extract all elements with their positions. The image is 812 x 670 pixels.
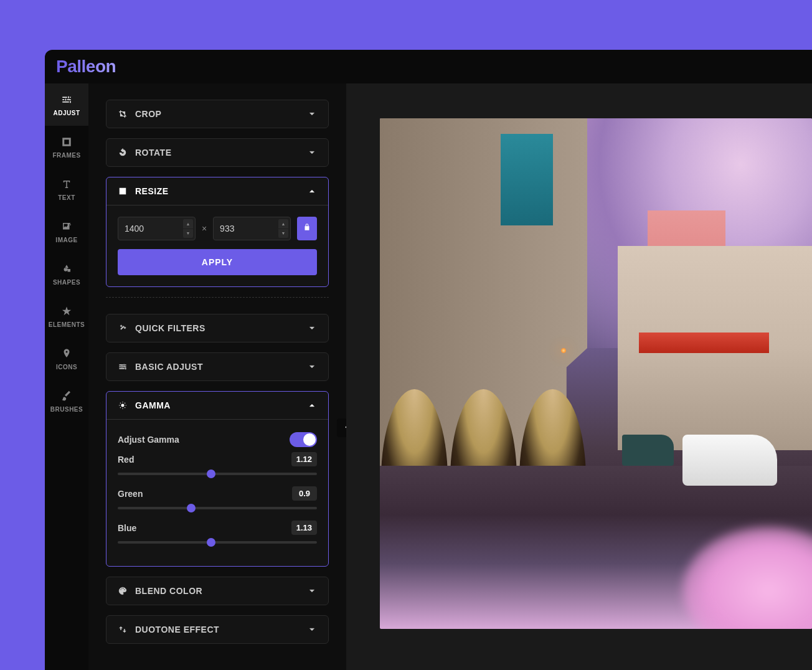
image-icon — [60, 220, 73, 233]
gamma-toggle[interactable] — [290, 432, 317, 447]
chevron-down-icon — [307, 323, 317, 333]
rotate-header[interactable]: ROTATE — [106, 139, 328, 166]
lock-icon — [303, 223, 311, 234]
chevron-down-icon — [307, 109, 317, 119]
crop-header[interactable]: CROP — [106, 100, 328, 128]
resize-inputs-row: ▲ ▼ × ▲ ▼ — [118, 217, 317, 240]
duotone-accordion: DUOTONE EFFECT — [106, 615, 329, 644]
toggle-knob — [303, 433, 316, 446]
rail-item-icons[interactable]: ICONS — [45, 337, 88, 380]
width-stepper: ▲ ▼ — [183, 219, 193, 238]
blue-value: 1.13 — [291, 521, 317, 535]
accordion-title: BLEND COLOR — [135, 586, 202, 596]
workspace: ADJUST FRAMES TEXT IMAGE SHAPES ELEMENTS — [45, 83, 812, 670]
red-slider-thumb[interactable] — [207, 469, 215, 478]
rail-item-elements[interactable]: ELEMENTS — [45, 295, 88, 337]
sliders-icon — [60, 93, 73, 106]
basic-adjust-accordion: BASIC ADJUST — [106, 352, 329, 381]
quick-filters-header[interactable]: QUICK FILTERS — [106, 314, 328, 342]
sliders-icon — [118, 362, 128, 372]
canvas-area[interactable] — [346, 83, 812, 670]
rail-label: ICONS — [56, 364, 77, 370]
chevron-down-icon — [307, 400, 317, 410]
swap-icon — [118, 625, 128, 635]
green-slider[interactable] — [118, 507, 317, 509]
red-value: 1.12 — [291, 452, 317, 466]
crop-icon — [118, 109, 128, 119]
rail-item-brushes[interactable]: BRUSHES — [45, 380, 88, 422]
magic-wand-icon — [118, 323, 128, 333]
width-input-wrap: ▲ ▼ — [118, 217, 196, 240]
collapse-panel-button[interactable] — [337, 418, 346, 437]
green-slider-row: Green 0.9 — [118, 486, 317, 509]
canvas-image[interactable] — [380, 118, 812, 629]
accordion-title: BASIC ADJUST — [135, 362, 203, 372]
settings-panel: CROP ROTATE RESIZE — [88, 83, 346, 670]
accordion-title: DUOTONE EFFECT — [135, 625, 219, 635]
width-step-down[interactable]: ▼ — [183, 229, 193, 238]
dimension-separator: × — [202, 224, 207, 234]
gamma-body: Adjust Gamma Red 1.12 — [106, 419, 328, 566]
accordion-title: RESIZE — [135, 186, 169, 196]
red-label: Red — [118, 455, 134, 465]
rail-label: TEXT — [58, 194, 75, 201]
apply-button[interactable]: APPLY — [118, 249, 317, 275]
frames-icon — [60, 136, 73, 148]
gamma-toggle-label: Adjust Gamma — [118, 435, 179, 445]
duotone-header[interactable]: DUOTONE EFFECT — [106, 616, 328, 643]
blue-label: Blue — [118, 523, 136, 533]
resize-header[interactable]: RESIZE — [106, 177, 328, 205]
resize-accordion: RESIZE ▲ ▼ × — [106, 177, 329, 287]
green-label: Green — [118, 489, 143, 499]
height-stepper: ▲ ▼ — [278, 219, 288, 238]
crop-accordion: CROP — [106, 100, 329, 128]
app-logo: Palleon — [56, 57, 116, 77]
blend-color-header[interactable]: BLEND COLOR — [106, 577, 328, 605]
green-slider-thumb[interactable] — [187, 504, 196, 512]
rail-item-text[interactable]: TEXT — [45, 168, 88, 210]
shapes-icon — [60, 263, 73, 275]
blue-slider[interactable] — [118, 541, 317, 544]
rail-item-frames[interactable]: FRAMES — [45, 126, 88, 168]
rail-item-image[interactable]: IMAGE — [45, 210, 88, 253]
blue-slider-row: Blue 1.13 — [118, 521, 317, 544]
height-step-up[interactable]: ▲ — [278, 219, 288, 229]
gamma-header[interactable]: GAMMA — [106, 392, 328, 419]
app-window: Palleon ADJUST FRAMES TEXT IMAGE S — [45, 50, 812, 670]
accordion-title: QUICK FILTERS — [135, 323, 205, 333]
accordion-title: GAMMA — [135, 400, 171, 410]
red-slider-row: Red 1.12 — [118, 452, 317, 475]
basic-adjust-header[interactable]: BASIC ADJUST — [106, 353, 328, 380]
rail-label: ELEMENTS — [49, 321, 85, 328]
width-step-up[interactable]: ▲ — [183, 219, 193, 229]
red-slider[interactable] — [118, 473, 317, 475]
rotate-icon — [118, 148, 128, 158]
text-icon — [60, 178, 73, 191]
green-value: 0.9 — [292, 486, 317, 501]
chevron-down-icon — [307, 186, 317, 196]
gamma-accordion: GAMMA Adjust Gamma Red 1.12 — [106, 391, 329, 567]
chevron-down-icon — [307, 148, 317, 158]
chevron-down-icon — [307, 625, 317, 635]
svg-point-1 — [121, 404, 125, 407]
resize-icon — [118, 186, 128, 196]
star-icon — [60, 305, 73, 318]
rail-item-adjust[interactable]: ADJUST — [45, 83, 88, 126]
blend-color-accordion: BLEND COLOR — [106, 577, 329, 605]
rail-label: SHAPES — [53, 279, 80, 286]
rail-item-shapes[interactable]: SHAPES — [45, 253, 88, 295]
rail-label: BRUSHES — [50, 406, 83, 413]
accordion-title: CROP — [135, 109, 161, 119]
quick-filters-accordion: QUICK FILTERS — [106, 314, 329, 342]
rotate-accordion: ROTATE — [106, 138, 329, 167]
chevron-down-icon — [307, 362, 317, 372]
rail-label: IMAGE — [55, 237, 77, 243]
height-step-down[interactable]: ▼ — [278, 229, 288, 238]
lock-aspect-button[interactable] — [297, 217, 317, 240]
resize-body: ▲ ▼ × ▲ ▼ — [106, 205, 328, 286]
gamma-toggle-row: Adjust Gamma — [118, 432, 317, 447]
blue-slider-thumb[interactable] — [207, 538, 215, 547]
panel-divider — [106, 297, 329, 298]
pin-icon — [60, 347, 73, 360]
rail-label: ADJUST — [53, 110, 80, 116]
